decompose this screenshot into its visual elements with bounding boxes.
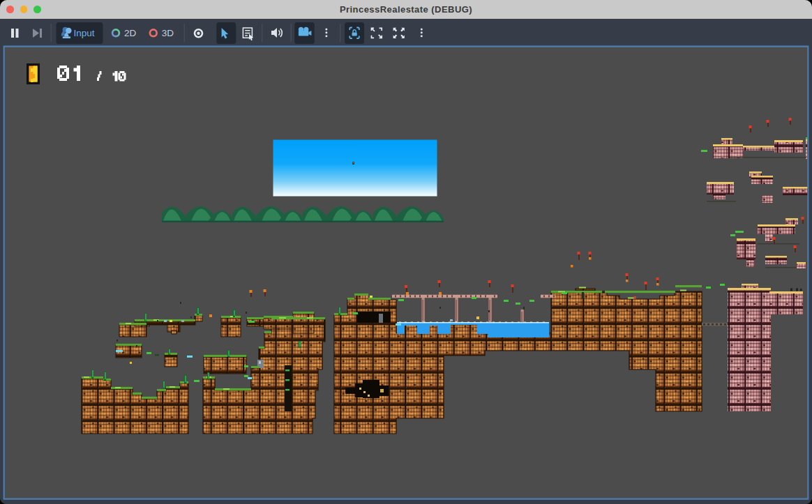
svg-text:3D: 3D: [162, 28, 174, 38]
svg-text:2D: 2D: [124, 28, 137, 38]
svg-text:Input: Input: [74, 28, 95, 38]
